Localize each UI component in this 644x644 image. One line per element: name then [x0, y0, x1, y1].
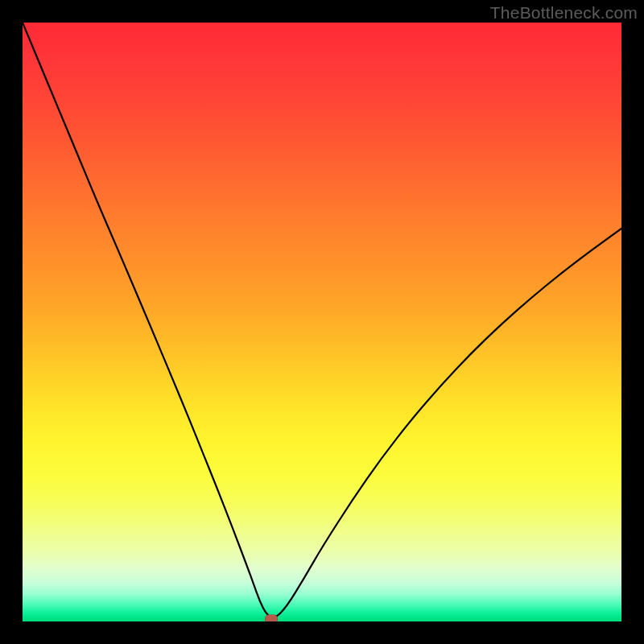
attribution-text: TheBottleneck.com	[490, 3, 638, 23]
curve-svg	[23, 23, 621, 621]
chart-frame: TheBottleneck.com	[0, 0, 644, 644]
bottleneck-curve	[23, 23, 621, 617]
trough-marker	[265, 615, 278, 621]
plot-area	[23, 23, 621, 621]
